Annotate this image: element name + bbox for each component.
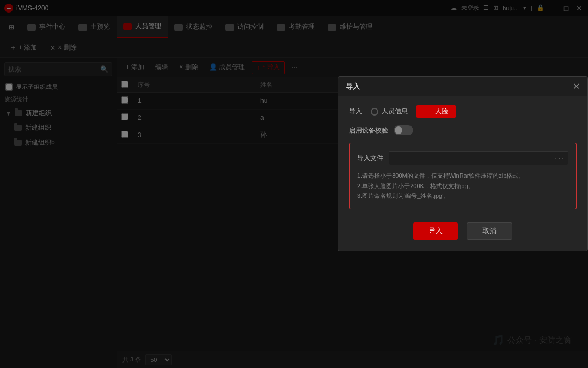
file-hint-line: 3.图片命名规则为'编号_姓名.jpg'。 (357, 191, 568, 201)
file-hint-line: 2.单张人脸图片小于200K，格式仅支持jpg。 (357, 181, 568, 191)
dialog-cancel-button[interactable]: 取消 (467, 222, 512, 240)
dialog-overlay: 导入 ✕ 导入 人员信息 人脸 启用设 (0, 0, 588, 368)
import-dialog: 导入 ✕ 导入 人员信息 人脸 启用设 (338, 76, 588, 251)
dialog-body: 导入 人员信息 人脸 启用设备校验 (338, 96, 587, 251)
device-verify-toggle[interactable] (394, 125, 413, 135)
dialog-title: 导入 (346, 82, 573, 92)
file-dots-icon: ··· (555, 154, 565, 162)
dialog-title-bar: 导入 ✕ (338, 77, 587, 96)
dialog-actions: 导入 取消 (349, 218, 577, 242)
radio-face-label: 人脸 (435, 107, 448, 116)
radio-face[interactable]: 人脸 (416, 105, 456, 118)
device-verify-label: 启用设备校验 (349, 126, 388, 135)
file-hints: 1.请选择小于800M的文件，仅支持WinRar软件压缩的zip格式。2.单张人… (357, 171, 568, 201)
file-hint-line: 1.请选择小于800M的文件，仅支持WinRar软件压缩的zip格式。 (357, 171, 568, 181)
file-label: 导入文件 (357, 154, 383, 163)
dialog-import-button[interactable]: 导入 (413, 222, 458, 240)
radio-personnel-label: 人员信息 (382, 107, 408, 116)
radio-personnel-circle (371, 108, 378, 116)
radio-group: 人员信息 人脸 (371, 105, 456, 118)
type-row: 导入 人员信息 人脸 (349, 105, 577, 118)
device-verify-row: 启用设备校验 (349, 125, 577, 135)
file-input-row: 导入文件 ··· (357, 151, 568, 165)
file-box: 导入文件 ··· 1.请选择小于800M的文件，仅支持WinRar软件压缩的zi… (349, 143, 577, 209)
dialog-close-button[interactable]: ✕ (573, 82, 580, 91)
file-input-area[interactable]: ··· (389, 151, 568, 165)
radio-personnel-info[interactable]: 人员信息 (371, 107, 408, 116)
import-type-label: 导入 (349, 107, 362, 116)
radio-face-circle (424, 108, 432, 116)
